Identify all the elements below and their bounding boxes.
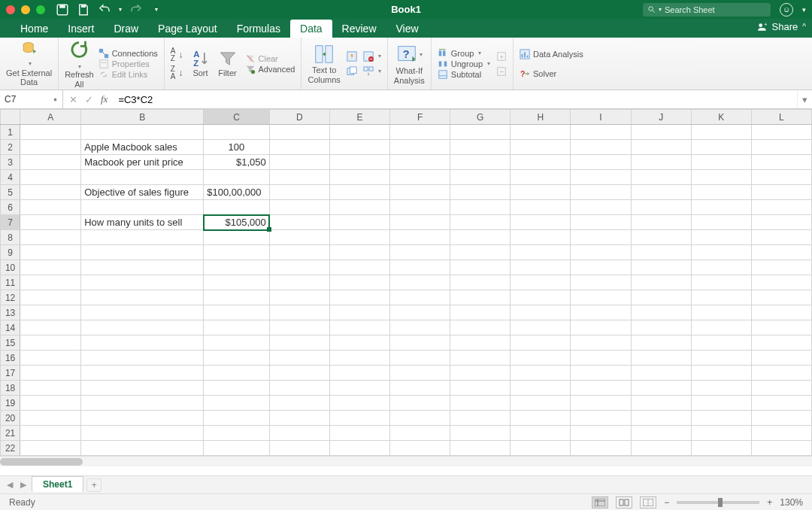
cell[interactable] (571, 170, 631, 185)
sort-desc-button[interactable]: ZA↓ (171, 65, 183, 80)
formula-input[interactable] (114, 90, 797, 108)
cell[interactable] (390, 320, 450, 335)
qat-customize[interactable]: ▾ (155, 6, 158, 13)
cell[interactable] (691, 396, 751, 411)
cell[interactable] (329, 200, 389, 215)
column-header[interactable]: B (81, 110, 204, 125)
cell[interactable] (751, 185, 811, 200)
solver-button[interactable]: ?Solver (520, 68, 556, 79)
cell[interactable] (329, 275, 389, 290)
cell[interactable] (20, 200, 81, 215)
cell[interactable] (81, 230, 204, 245)
cell[interactable] (631, 381, 691, 396)
cell[interactable] (511, 185, 571, 200)
cell[interactable] (691, 185, 751, 200)
row-header[interactable]: 22 (1, 441, 20, 456)
cell[interactable] (450, 320, 511, 335)
cell[interactable] (691, 411, 751, 426)
cell[interactable] (20, 170, 81, 185)
cell[interactable] (631, 320, 691, 335)
cell[interactable] (631, 215, 691, 230)
cell[interactable] (390, 275, 450, 290)
cell[interactable] (511, 125, 571, 140)
cell[interactable] (390, 215, 450, 230)
cell[interactable] (329, 320, 389, 335)
cell[interactable] (204, 230, 270, 245)
connections-button[interactable]: Connections (98, 48, 158, 59)
row-header[interactable]: 16 (1, 351, 20, 366)
cell[interactable] (691, 125, 751, 140)
cell[interactable] (691, 200, 751, 215)
data-analysis-button[interactable]: Data Analysis (520, 49, 583, 59)
cell[interactable] (20, 275, 81, 290)
cell[interactable] (81, 335, 204, 351)
cell[interactable] (204, 260, 270, 275)
cell[interactable] (81, 396, 204, 411)
cell[interactable] (20, 155, 81, 170)
cell[interactable]: How many units to sell (81, 215, 204, 230)
cell[interactable] (511, 200, 571, 215)
title-caret[interactable]: ▾ (802, 6, 806, 14)
cell[interactable] (511, 335, 571, 351)
cell[interactable] (631, 230, 691, 245)
cell[interactable] (631, 335, 691, 351)
cell[interactable] (20, 426, 81, 441)
cell[interactable] (691, 441, 751, 456)
cell[interactable] (691, 366, 751, 381)
cell[interactable] (691, 260, 751, 275)
row-header[interactable]: 6 (1, 200, 20, 215)
cell[interactable] (450, 155, 511, 170)
autosave-icon[interactable] (56, 3, 69, 17)
worksheet-grid[interactable]: ABCDEFGHIJKL 12Apple Macbook sales1003Ma… (0, 109, 812, 475)
zoom-slider[interactable] (677, 501, 759, 504)
cell[interactable] (571, 200, 631, 215)
cell[interactable] (269, 230, 329, 245)
cell[interactable] (81, 366, 204, 381)
cell[interactable] (81, 245, 204, 260)
text-to-columns-button[interactable]: Text to Columns (308, 43, 340, 83)
normal-view-button[interactable] (592, 496, 608, 508)
refresh-all-button[interactable]: Refresh All (65, 38, 94, 88)
cell[interactable] (269, 215, 329, 230)
cell[interactable] (269, 155, 329, 170)
cell[interactable] (631, 170, 691, 185)
cell[interactable] (269, 351, 329, 366)
cell[interactable] (329, 215, 389, 230)
data-validation-button[interactable] (363, 51, 381, 62)
cell[interactable] (571, 245, 631, 260)
cell[interactable] (751, 351, 811, 366)
column-header[interactable]: C (204, 110, 270, 125)
cell[interactable] (631, 411, 691, 426)
cell[interactable] (511, 170, 571, 185)
cell[interactable] (511, 441, 571, 456)
cell[interactable] (691, 140, 751, 155)
ungroup-button[interactable]: Ungroup (438, 59, 490, 69)
cell[interactable] (571, 260, 631, 275)
row-header[interactable]: 21 (1, 426, 20, 441)
zoom-level[interactable]: 130% (780, 497, 803, 508)
cell[interactable] (631, 396, 691, 411)
cell[interactable]: $100,00,000 (204, 185, 270, 200)
cell[interactable] (20, 185, 81, 200)
edit-links-button[interactable]: Edit Links (98, 69, 148, 80)
cell[interactable] (204, 275, 270, 290)
cell[interactable] (329, 245, 389, 260)
cell[interactable] (269, 411, 329, 426)
undo-dropdown[interactable]: ▾ (119, 6, 122, 13)
page-layout-view-button[interactable] (616, 496, 632, 508)
cell[interactable] (329, 185, 389, 200)
cell[interactable] (450, 441, 511, 456)
cell[interactable] (450, 351, 511, 366)
row-header[interactable]: 17 (1, 366, 20, 381)
cell[interactable] (511, 215, 571, 230)
cell[interactable] (329, 426, 389, 441)
cell[interactable] (329, 396, 389, 411)
row-header[interactable]: 13 (1, 305, 20, 320)
cell[interactable] (20, 320, 81, 335)
cell[interactable] (20, 381, 81, 396)
cell[interactable] (81, 411, 204, 426)
cell[interactable] (450, 170, 511, 185)
cell[interactable] (329, 290, 389, 305)
cell[interactable] (390, 335, 450, 351)
cell[interactable] (390, 260, 450, 275)
